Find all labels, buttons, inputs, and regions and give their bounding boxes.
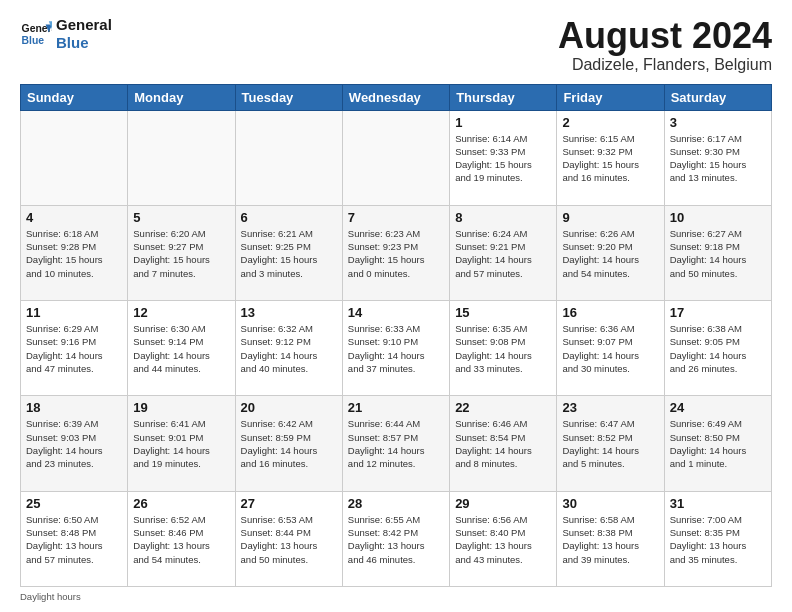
calendar-cell: 3Sunrise: 6:17 AM Sunset: 9:30 PM Daylig…	[664, 110, 771, 205]
day-info: Sunrise: 6:36 AM Sunset: 9:07 PM Dayligh…	[562, 322, 658, 375]
weekday-header-tuesday: Tuesday	[235, 84, 342, 110]
header: General Blue General Blue August 2024 Da…	[20, 16, 772, 74]
day-number: 10	[670, 210, 766, 225]
logo-general: General	[56, 16, 112, 34]
calendar-cell: 19Sunrise: 6:41 AM Sunset: 9:01 PM Dayli…	[128, 396, 235, 491]
day-info: Sunrise: 6:55 AM Sunset: 8:42 PM Dayligh…	[348, 513, 444, 566]
day-number: 26	[133, 496, 229, 511]
day-info: Sunrise: 6:46 AM Sunset: 8:54 PM Dayligh…	[455, 417, 551, 470]
calendar-week-2: 4Sunrise: 6:18 AM Sunset: 9:28 PM Daylig…	[21, 205, 772, 300]
calendar-cell: 14Sunrise: 6:33 AM Sunset: 9:10 PM Dayli…	[342, 301, 449, 396]
calendar-cell: 25Sunrise: 6:50 AM Sunset: 8:48 PM Dayli…	[21, 491, 128, 586]
calendar-week-3: 11Sunrise: 6:29 AM Sunset: 9:16 PM Dayli…	[21, 301, 772, 396]
weekday-header-saturday: Saturday	[664, 84, 771, 110]
day-info: Sunrise: 6:32 AM Sunset: 9:12 PM Dayligh…	[241, 322, 337, 375]
weekday-header-row: SundayMondayTuesdayWednesdayThursdayFrid…	[21, 84, 772, 110]
day-info: Sunrise: 6:56 AM Sunset: 8:40 PM Dayligh…	[455, 513, 551, 566]
calendar-cell	[21, 110, 128, 205]
calendar-cell: 23Sunrise: 6:47 AM Sunset: 8:52 PM Dayli…	[557, 396, 664, 491]
calendar-cell: 9Sunrise: 6:26 AM Sunset: 9:20 PM Daylig…	[557, 205, 664, 300]
day-number: 5	[133, 210, 229, 225]
calendar-cell: 26Sunrise: 6:52 AM Sunset: 8:46 PM Dayli…	[128, 491, 235, 586]
weekday-header-monday: Monday	[128, 84, 235, 110]
day-info: Sunrise: 6:33 AM Sunset: 9:10 PM Dayligh…	[348, 322, 444, 375]
calendar-cell: 29Sunrise: 6:56 AM Sunset: 8:40 PM Dayli…	[450, 491, 557, 586]
day-info: Sunrise: 6:17 AM Sunset: 9:30 PM Dayligh…	[670, 132, 766, 185]
day-number: 4	[26, 210, 122, 225]
calendar-cell	[235, 110, 342, 205]
calendar-cell: 22Sunrise: 6:46 AM Sunset: 8:54 PM Dayli…	[450, 396, 557, 491]
calendar-cell: 12Sunrise: 6:30 AM Sunset: 9:14 PM Dayli…	[128, 301, 235, 396]
day-info: Sunrise: 6:29 AM Sunset: 9:16 PM Dayligh…	[26, 322, 122, 375]
day-number: 29	[455, 496, 551, 511]
day-number: 24	[670, 400, 766, 415]
day-info: Sunrise: 6:52 AM Sunset: 8:46 PM Dayligh…	[133, 513, 229, 566]
day-info: Sunrise: 6:30 AM Sunset: 9:14 PM Dayligh…	[133, 322, 229, 375]
day-info: Sunrise: 6:23 AM Sunset: 9:23 PM Dayligh…	[348, 227, 444, 280]
calendar-cell: 21Sunrise: 6:44 AM Sunset: 8:57 PM Dayli…	[342, 396, 449, 491]
calendar-cell: 1Sunrise: 6:14 AM Sunset: 9:33 PM Daylig…	[450, 110, 557, 205]
calendar-cell: 31Sunrise: 7:00 AM Sunset: 8:35 PM Dayli…	[664, 491, 771, 586]
day-info: Sunrise: 6:24 AM Sunset: 9:21 PM Dayligh…	[455, 227, 551, 280]
calendar-cell: 16Sunrise: 6:36 AM Sunset: 9:07 PM Dayli…	[557, 301, 664, 396]
day-info: Sunrise: 6:42 AM Sunset: 8:59 PM Dayligh…	[241, 417, 337, 470]
day-info: Sunrise: 6:41 AM Sunset: 9:01 PM Dayligh…	[133, 417, 229, 470]
day-number: 17	[670, 305, 766, 320]
day-info: Sunrise: 6:27 AM Sunset: 9:18 PM Dayligh…	[670, 227, 766, 280]
calendar-cell: 28Sunrise: 6:55 AM Sunset: 8:42 PM Dayli…	[342, 491, 449, 586]
calendar-cell: 10Sunrise: 6:27 AM Sunset: 9:18 PM Dayli…	[664, 205, 771, 300]
calendar-cell: 30Sunrise: 6:58 AM Sunset: 8:38 PM Dayli…	[557, 491, 664, 586]
day-number: 25	[26, 496, 122, 511]
calendar-cell: 18Sunrise: 6:39 AM Sunset: 9:03 PM Dayli…	[21, 396, 128, 491]
calendar-cell: 17Sunrise: 6:38 AM Sunset: 9:05 PM Dayli…	[664, 301, 771, 396]
day-number: 14	[348, 305, 444, 320]
day-info: Sunrise: 6:21 AM Sunset: 9:25 PM Dayligh…	[241, 227, 337, 280]
calendar-cell: 5Sunrise: 6:20 AM Sunset: 9:27 PM Daylig…	[128, 205, 235, 300]
day-number: 19	[133, 400, 229, 415]
day-number: 13	[241, 305, 337, 320]
title-block: August 2024 Dadizele, Flanders, Belgium	[558, 16, 772, 74]
day-number: 3	[670, 115, 766, 130]
calendar-cell: 4Sunrise: 6:18 AM Sunset: 9:28 PM Daylig…	[21, 205, 128, 300]
weekday-header-wednesday: Wednesday	[342, 84, 449, 110]
day-info: Sunrise: 6:20 AM Sunset: 9:27 PM Dayligh…	[133, 227, 229, 280]
day-number: 7	[348, 210, 444, 225]
weekday-header-friday: Friday	[557, 84, 664, 110]
day-number: 16	[562, 305, 658, 320]
day-info: Sunrise: 6:58 AM Sunset: 8:38 PM Dayligh…	[562, 513, 658, 566]
day-info: Sunrise: 7:00 AM Sunset: 8:35 PM Dayligh…	[670, 513, 766, 566]
calendar-cell: 8Sunrise: 6:24 AM Sunset: 9:21 PM Daylig…	[450, 205, 557, 300]
day-info: Sunrise: 6:44 AM Sunset: 8:57 PM Dayligh…	[348, 417, 444, 470]
day-number: 15	[455, 305, 551, 320]
day-info: Sunrise: 6:18 AM Sunset: 9:28 PM Dayligh…	[26, 227, 122, 280]
day-info: Sunrise: 6:14 AM Sunset: 9:33 PM Dayligh…	[455, 132, 551, 185]
day-info: Sunrise: 6:50 AM Sunset: 8:48 PM Dayligh…	[26, 513, 122, 566]
calendar-week-1: 1Sunrise: 6:14 AM Sunset: 9:33 PM Daylig…	[21, 110, 772, 205]
day-number: 6	[241, 210, 337, 225]
day-number: 8	[455, 210, 551, 225]
calendar-cell: 15Sunrise: 6:35 AM Sunset: 9:08 PM Dayli…	[450, 301, 557, 396]
calendar-cell: 11Sunrise: 6:29 AM Sunset: 9:16 PM Dayli…	[21, 301, 128, 396]
footer-note: Daylight hours	[20, 591, 772, 602]
weekday-header-thursday: Thursday	[450, 84, 557, 110]
calendar-table: SundayMondayTuesdayWednesdayThursdayFrid…	[20, 84, 772, 587]
day-info: Sunrise: 6:49 AM Sunset: 8:50 PM Dayligh…	[670, 417, 766, 470]
main-title: August 2024	[558, 16, 772, 56]
calendar-cell: 27Sunrise: 6:53 AM Sunset: 8:44 PM Dayli…	[235, 491, 342, 586]
day-number: 20	[241, 400, 337, 415]
day-info: Sunrise: 6:47 AM Sunset: 8:52 PM Dayligh…	[562, 417, 658, 470]
subtitle: Dadizele, Flanders, Belgium	[558, 56, 772, 74]
calendar-cell: 2Sunrise: 6:15 AM Sunset: 9:32 PM Daylig…	[557, 110, 664, 205]
day-info: Sunrise: 6:26 AM Sunset: 9:20 PM Dayligh…	[562, 227, 658, 280]
day-number: 31	[670, 496, 766, 511]
calendar-cell: 13Sunrise: 6:32 AM Sunset: 9:12 PM Dayli…	[235, 301, 342, 396]
day-number: 11	[26, 305, 122, 320]
weekday-header-sunday: Sunday	[21, 84, 128, 110]
day-number: 18	[26, 400, 122, 415]
day-number: 28	[348, 496, 444, 511]
calendar-week-4: 18Sunrise: 6:39 AM Sunset: 9:03 PM Dayli…	[21, 396, 772, 491]
day-number: 1	[455, 115, 551, 130]
day-number: 30	[562, 496, 658, 511]
calendar-cell: 6Sunrise: 6:21 AM Sunset: 9:25 PM Daylig…	[235, 205, 342, 300]
day-number: 12	[133, 305, 229, 320]
